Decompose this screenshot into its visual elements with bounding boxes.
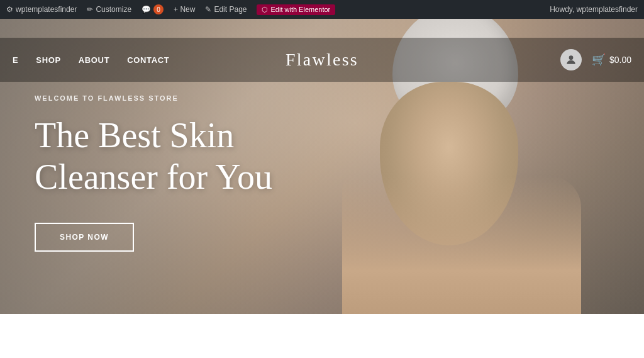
hero-title: The Best Skin Cleanser for You (35, 115, 272, 198)
pencil-icon: ✎ (205, 5, 211, 14)
cart-button[interactable]: 🛒 $0.00 (592, 53, 631, 67)
new-link[interactable]: + New (174, 5, 195, 14)
nav-shop[interactable]: SHOP (36, 55, 60, 65)
user-icon (565, 53, 577, 66)
howdy-text: Howdy, wptemplatesfinder (550, 5, 638, 14)
edit-page-link[interactable]: ✎ Edit Page (205, 5, 247, 14)
cart-icon: 🛒 (592, 53, 606, 67)
hero-content: WELCOME TO FLAWLESS STORE The Best Skin … (35, 94, 272, 252)
user-avatar[interactable] (560, 49, 582, 70)
customize-icon: ✏ (87, 5, 93, 14)
comment-badge: 0 (153, 4, 164, 14)
nav-about[interactable]: ABOUT (79, 55, 109, 65)
customize-link[interactable]: ✏ Customize (87, 5, 131, 14)
edit-elementor-button[interactable]: ⬡ Edit with Elementor (257, 4, 335, 15)
elementor-icon: ⬡ (262, 6, 268, 14)
comment-icon: 💬 (142, 5, 151, 14)
navbar: E SHOP ABOUT CONTACT Flawless 🛒 $0.00 (0, 38, 644, 82)
site-logo[interactable]: Flawless (286, 50, 358, 70)
admin-bar-right: Howdy, wptemplatesfinder (550, 5, 638, 14)
nav-left: E SHOP ABOUT CONTACT (13, 55, 169, 65)
page-wrapper: ⚙ wptemplatesfinder ✏ Customize 💬 0 + Ne… (0, 0, 644, 358)
nav-home[interactable]: E (13, 55, 18, 65)
comments-link[interactable]: 💬 0 (142, 4, 164, 14)
shop-now-button[interactable]: SHOP NOW (35, 223, 134, 252)
site-name: wptemplatesfinder (16, 5, 77, 14)
hero-title-line1: The Best Skin (35, 116, 234, 155)
admin-site-link[interactable]: ⚙ wptemplatesfinder (6, 5, 77, 14)
admin-bar: ⚙ wptemplatesfinder ✏ Customize 💬 0 + Ne… (0, 0, 644, 19)
nav-right: 🛒 $0.00 (560, 49, 631, 70)
hero-subtitle: WELCOME TO FLAWLESS STORE (35, 94, 272, 102)
wp-icon: ⚙ (6, 5, 13, 14)
body-area (342, 176, 581, 314)
svg-point-0 (569, 55, 574, 60)
hero-title-line2: Cleanser for You (35, 157, 272, 196)
nav-contact[interactable]: CONTACT (127, 55, 169, 65)
hero-section: E SHOP ABOUT CONTACT Flawless 🛒 $0.00 (0, 19, 644, 314)
